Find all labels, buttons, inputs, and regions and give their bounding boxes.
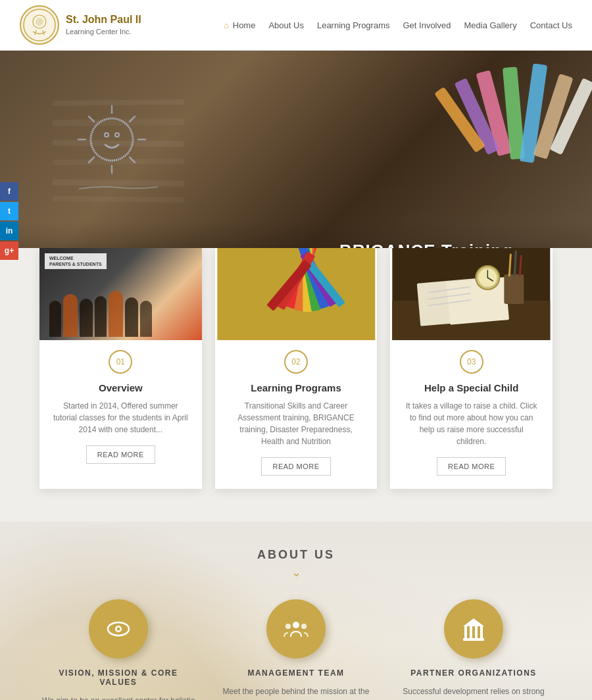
svg-line-5 — [53, 102, 184, 103]
svg-point-62 — [293, 622, 299, 628]
svg-line-10 — [53, 199, 184, 200]
card-learning-desc: Transitional Skills and Career Assessmen… — [228, 400, 364, 447]
svg-line-54 — [520, 256, 522, 276]
about-section: ABOUT US ⌄ VISION, MISSION & CORE VALUES… — [0, 522, 592, 700]
logo-image — [20, 5, 59, 45]
card-help-image — [390, 248, 553, 340]
cards-section: WELCOMEPARENTS & STUDENTS 01 Overview St… — [0, 248, 592, 522]
building-icon — [459, 614, 488, 643]
nav-contact[interactable]: Contact Us — [530, 20, 572, 30]
nav-home[interactable]: ⌂ Home — [224, 20, 255, 30]
about-card-partners: PARTNER ORGANIZATIONS Successful develop… — [395, 599, 553, 700]
welcome-sign: WELCOMEPARENTS & STUDENTS — [45, 253, 107, 269]
main-nav: ⌂ Home About Us Learning Programs Get In… — [224, 20, 572, 30]
svg-line-52 — [510, 255, 511, 276]
management-title: MANAGEMENT TEAM — [217, 668, 375, 678]
card-overview-bg: WELCOMEPARENTS & STUDENTS — [39, 248, 202, 340]
google-plus-button[interactable]: g+ — [0, 241, 18, 260]
logo-svg — [23, 9, 56, 41]
site-header: St. John Paul II Learning Center Inc. ⌂ … — [0, 0, 592, 51]
card-help-read-more[interactable]: READ MORE — [437, 457, 506, 476]
svg-rect-51 — [505, 274, 524, 304]
facebook-button[interactable]: f — [0, 182, 18, 201]
vision-icon-circle — [89, 599, 148, 659]
about-card-vision: VISION, MISSION & CORE VALUES We aim to … — [39, 599, 197, 700]
card-learning-body: Learning Programs Transitional Skills an… — [215, 379, 378, 489]
social-sidebar: f t in g+ — [0, 182, 18, 260]
card-help-desc: It takes a village to raise a child. Cli… — [403, 400, 539, 447]
nav-learning[interactable]: Learning Programs — [317, 20, 390, 30]
management-icon-circle — [266, 599, 326, 659]
svg-point-61 — [117, 628, 120, 631]
about-cards-row: VISION, MISSION & CORE VALUES We aim to … — [39, 599, 553, 700]
logo-title: St. John Paul II — [66, 13, 141, 27]
logo-area: St. John Paul II Learning Center Inc. — [20, 5, 141, 45]
team-icon — [282, 614, 310, 643]
books-svg — [390, 248, 553, 340]
eye-icon — [104, 614, 133, 643]
svg-rect-70 — [463, 638, 484, 641]
pencils-svg — [215, 248, 378, 340]
svg-point-12 — [105, 133, 109, 137]
svg-point-2 — [36, 18, 43, 26]
card-overview-number: 01 — [109, 350, 132, 374]
nav-involved[interactable]: Get Involved — [403, 20, 451, 30]
card-overview-read-more[interactable]: READ MORE — [86, 445, 155, 464]
card-learning-image — [215, 248, 378, 340]
about-card-management: MANAGEMENT TEAM Meet the people behind t… — [217, 599, 375, 700]
svg-line-53 — [515, 251, 516, 276]
card-overview-body: Overview Started in 2014, Offered summer… — [39, 379, 202, 477]
svg-line-7 — [53, 143, 184, 144]
svg-point-64 — [301, 624, 307, 629]
card-learning: 02 Learning Programs Transitional Skills… — [215, 248, 378, 489]
card-overview: WELCOMEPARENTS & STUDENTS 01 Overview St… — [39, 248, 202, 489]
vision-title: VISION, MISSION & CORE VALUES — [39, 668, 197, 687]
card-overview-title: Overview — [53, 382, 189, 393]
svg-rect-68 — [480, 626, 483, 638]
svg-rect-67 — [475, 626, 478, 638]
svg-line-6 — [53, 122, 184, 123]
svg-rect-65 — [464, 626, 467, 638]
svg-point-71 — [470, 620, 477, 625]
chalk-sticks-illustration — [368, 64, 592, 228]
chalk-sun-illustration — [53, 90, 184, 209]
partners-title: PARTNER ORGANIZATIONS — [395, 668, 553, 678]
nav-media[interactable]: Media Gallery — [464, 20, 516, 30]
card-help-title: Help a Special Child — [403, 382, 539, 393]
card-learning-read-more[interactable]: READ MORE — [261, 457, 330, 476]
svg-rect-66 — [470, 626, 472, 638]
card-learning-number: 02 — [284, 350, 308, 374]
card-learning-title: Learning Programs — [228, 382, 364, 393]
cards-row: WELCOMEPARENTS & STUDENTS 01 Overview St… — [39, 248, 553, 489]
card-help-body: Help a Special Child It takes a village … — [390, 379, 553, 489]
about-title: ABOUT US — [39, 548, 553, 562]
svg-line-8 — [53, 161, 184, 162]
logo-text: St. John Paul II Learning Center Inc. — [66, 13, 141, 36]
twitter-button[interactable]: t — [0, 202, 18, 220]
management-desc: Meet the people behind the mission at th… — [217, 686, 375, 700]
partners-desc: Successful development relies on strong … — [395, 686, 553, 700]
logo-subtitle: Learning Center Inc. — [66, 27, 141, 36]
svg-point-63 — [285, 624, 291, 629]
card-help-number: 03 — [460, 350, 483, 374]
nav-about[interactable]: About Us — [268, 20, 303, 30]
about-chevron-icon: ⌄ — [39, 565, 553, 580]
card-overview-image: WELCOMEPARENTS & STUDENTS — [39, 248, 202, 340]
vision-desc: We aim to be an excellent center for hol… — [39, 695, 197, 700]
svg-line-9 — [53, 182, 184, 184]
card-overview-desc: Started in 2014, Offered summer tutorial… — [53, 400, 189, 436]
people-row — [39, 278, 202, 340]
linkedin-button[interactable]: in — [0, 222, 18, 240]
svg-point-13 — [115, 133, 119, 137]
card-help: 03 Help a Special Child It takes a villa… — [390, 248, 553, 489]
partners-icon-circle — [444, 599, 503, 659]
